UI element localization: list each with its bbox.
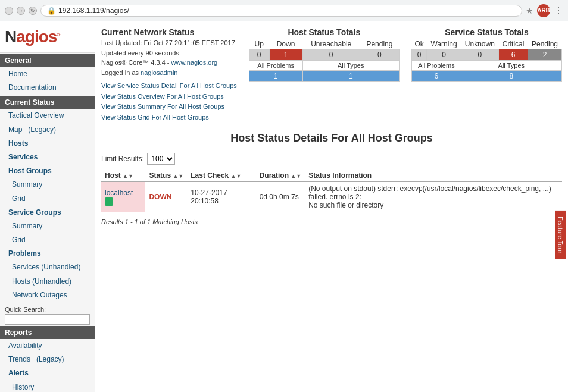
col-host: Host ▲▼: [101, 170, 145, 182]
status-header-row: Current Network Status Last Updated: Fri…: [101, 27, 562, 123]
link-status-summary[interactable]: View Status Summary For All Host Groups: [101, 102, 237, 112]
host-status-up[interactable]: 0: [249, 49, 269, 61]
link-status-grid[interactable]: View Status Grid For All Host Groups: [101, 112, 237, 123]
sidebar-section-current-status: Current Status: [0, 96, 95, 109]
host-status-pending[interactable]: 0: [360, 49, 399, 61]
limit-row: Limit Results: 100 50 25 200: [101, 153, 562, 165]
table-row: localhost DOWN 10-27-2017 20:10:58 0d 0h…: [101, 182, 562, 212]
network-status-links: View Service Status Detail For All Host …: [101, 81, 237, 123]
network-status-title: Current Network Status: [101, 27, 237, 37]
sidebar-item-service-groups[interactable]: Service Groups: [0, 206, 95, 219]
main-content: Current Network Status Last Updated: Fri…: [95, 21, 568, 392]
user-link[interactable]: nagiosadmin: [141, 69, 177, 76]
host-all-problems-value[interactable]: 1: [249, 71, 302, 82]
limit-label: Limit Results:: [101, 155, 144, 163]
lock-icon: 🔒: [47, 7, 56, 15]
trademark: ®: [57, 32, 60, 37]
app-layout: Nagios® General Home Documentation Curre…: [0, 21, 568, 392]
col-duration: Duration ▲▼: [256, 170, 305, 182]
sidebar-item-service-groups-summary[interactable]: Summary: [0, 219, 95, 233]
sidebar-item-tactical-overview[interactable]: Tactical Overview: [0, 109, 95, 123]
svc-unknown[interactable]: 0: [461, 49, 499, 61]
col-last-check: Last Check ▲▼: [187, 170, 255, 182]
sidebar-item-host-groups-summary[interactable]: Summary: [0, 178, 95, 192]
duration-cell: 0d 0h 0m 7s: [256, 182, 305, 212]
logged-in-text: Logged in as nagiosadmin: [101, 69, 177, 76]
link-service-status-detail[interactable]: View Service Status Detail For All Host …: [101, 81, 237, 92]
status-info-cell: (No output on stdout) stderr: execvp(/us…: [305, 182, 562, 212]
sidebar-item-alerts: Alerts: [0, 366, 95, 380]
host-status-title: Host Status Totals: [249, 27, 400, 37]
host-all-types-label: All Types: [302, 61, 399, 71]
status-sort-icon[interactable]: ▲▼: [173, 173, 183, 179]
host-status-panel: Host Status Totals Up Down Unreachable P…: [249, 27, 400, 82]
forward-button[interactable]: →: [17, 7, 25, 15]
host-link[interactable]: localhost: [105, 189, 133, 197]
page-title: Host Status Details For All Host Groups: [101, 132, 562, 145]
duration-sort-icon[interactable]: ▲▼: [291, 173, 301, 179]
host-status-header-pending: Pending: [360, 39, 399, 49]
sidebar-item-hosts[interactable]: Hosts: [0, 137, 95, 150]
reload-button[interactable]: ↻: [29, 7, 37, 15]
sidebar-item-services-unhandled[interactable]: Services (Unhandled): [0, 261, 95, 274]
results-table: Host ▲▼ Status ▲▼ Last Check ▲▼ Duration…: [101, 170, 562, 212]
sidebar-item-hosts-unhandled[interactable]: Hosts (Unhandled): [0, 275, 95, 288]
limit-select[interactable]: 100 50 25 200: [147, 153, 175, 165]
svc-warning[interactable]: 0: [427, 49, 461, 61]
link-status-overview[interactable]: View Status Overview For All Host Groups: [101, 92, 237, 102]
host-name-cell: localhost: [101, 182, 145, 212]
bookmark-icon[interactable]: ★: [526, 6, 533, 15]
update-interval-text: Updated every 90 seconds: [101, 49, 179, 57]
host-all-types-value[interactable]: 1: [302, 71, 399, 82]
browser-chrome: ← → ↻ 🔒 192.168.1.119/nagios/ ★ ARB ⋮: [0, 0, 568, 21]
svc-header-warning: Warning: [427, 39, 461, 49]
svc-all-types-value[interactable]: 8: [461, 71, 561, 82]
quick-search-input[interactable]: [5, 314, 90, 325]
svc-pending[interactable]: 2: [528, 49, 562, 61]
sidebar-item-alerts-history[interactable]: History: [0, 381, 95, 392]
host-status-value: DOWN: [149, 193, 171, 201]
host-status-cell: DOWN: [145, 182, 187, 212]
svc-header-critical: Critical: [499, 39, 528, 49]
sidebar: Nagios® General Home Documentation Curre…: [0, 21, 95, 392]
last-updated-text: Last Updated: Fri Oct 27 20:11:05 EEST 2…: [101, 39, 235, 46]
col-status: Status ▲▼: [145, 170, 187, 182]
host-sort-icon[interactable]: ▲▼: [123, 173, 133, 179]
sidebar-item-services[interactable]: Services: [0, 150, 95, 164]
sidebar-item-host-groups-grid[interactable]: Grid: [0, 192, 95, 206]
nagios-logo: Nagios®: [0, 21, 95, 53]
url-text: 192.168.1.119/nagios/: [58, 7, 129, 15]
host-status-down[interactable]: 1: [269, 49, 302, 61]
sidebar-item-map[interactable]: Map (Legacy): [0, 123, 95, 137]
back-button[interactable]: ←: [5, 7, 13, 15]
feature-tour-tab[interactable]: Feature Tour: [555, 211, 566, 259]
sidebar-item-documentation[interactable]: Documentation: [0, 81, 95, 95]
browser-menu-icon[interactable]: ⋮: [554, 5, 563, 16]
sidebar-section-reports: Reports: [0, 326, 95, 339]
sidebar-item-trends[interactable]: Trends (Legacy): [0, 353, 95, 366]
service-status-panel: Service Status Totals Ok Warning Unknown…: [411, 27, 562, 82]
service-status-table: Ok Warning Unknown Critical Pending 0 0 …: [411, 39, 562, 82]
address-bar[interactable]: 🔒 192.168.1.119/nagios/: [40, 5, 522, 17]
host-status-unreachable[interactable]: 0: [302, 49, 360, 61]
sidebar-item-availability[interactable]: Availability: [0, 339, 95, 353]
svc-ok[interactable]: 0: [411, 49, 427, 61]
logo-text: Nagios®: [5, 27, 60, 46]
sidebar-item-network-outages[interactable]: Network Outages: [0, 288, 95, 302]
col-status-info: Status Information: [305, 170, 562, 182]
version-text: Nagios® Core™ 4.3.4 - www.nagios.org: [101, 59, 217, 66]
svc-critical[interactable]: 6: [499, 49, 528, 61]
svc-header-unknown: Unknown: [461, 39, 499, 49]
sidebar-item-service-groups-grid[interactable]: Grid: [0, 233, 95, 247]
svc-all-types-label: All Types: [461, 61, 561, 71]
svc-all-problems-value[interactable]: 6: [411, 71, 461, 82]
version-link[interactable]: www.nagios.org: [171, 59, 218, 66]
host-status-icon: [105, 197, 113, 206]
user-avatar[interactable]: ARB: [537, 4, 550, 17]
sidebar-item-host-groups[interactable]: Host Groups: [0, 164, 95, 178]
sidebar-item-home[interactable]: Home: [0, 67, 95, 81]
network-status-panel: Current Network Status Last Updated: Fri…: [101, 27, 237, 123]
lastcheck-sort-icon[interactable]: ▲▼: [231, 173, 242, 179]
network-status-info: Last Updated: Fri Oct 27 20:11:05 EEST 2…: [101, 38, 237, 77]
host-status-header-up: Up: [249, 39, 269, 49]
